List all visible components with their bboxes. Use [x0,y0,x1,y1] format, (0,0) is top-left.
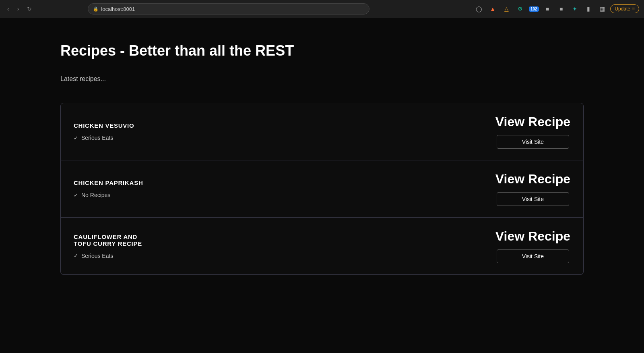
recipe-card-left: CHICKEN PAPRIKASH ✓ No Recipes [74,179,143,198]
update-button[interactable]: Update ≡ [610,4,639,13]
view-recipe-link[interactable]: View Recipe [495,114,570,129]
recipe-card-right: View Recipe Visit Site [495,229,570,263]
brave-shield-icon[interactable]: ▲ [487,3,498,15]
badge-icon[interactable]: 102 [528,3,539,15]
brave-rewards-icon[interactable]: △ [501,3,512,15]
browser-toolbar-right: ◯ ▲ △ G 102 ■ ■ ✦ ▮ ▦ Update ≡ [473,3,639,15]
extension-icon-1[interactable]: ■ [542,3,553,15]
recipe-source: ✓ No Recipes [74,192,143,198]
recipe-name: CHICKEN PAPRIKASH [74,179,143,186]
address-bar[interactable]: 🔒 localhost:8001 [88,3,369,15]
reload-button[interactable]: ↻ [25,4,34,14]
bookmark-icon[interactable]: ◯ [473,3,485,15]
checkmark-icon: ✓ [74,253,78,259]
main-content: Recipes - Better than all the REST Lates… [0,18,644,299]
recipe-name: CAULIFLOWER ANDTOFU CURRY RECIPE [74,233,142,247]
extension-icon-2[interactable]: ■ [555,3,567,15]
visit-site-button[interactable]: Visit Site [497,192,569,206]
recipe-list: CHICKEN VESUVIO ✓ Serious Eats View Reci… [60,103,584,275]
cursor-icon[interactable]: ▮ [583,3,594,15]
checkmark-icon: ✓ [74,192,78,198]
source-name: No Recipes [81,192,110,198]
checkmark-icon: ✓ [74,135,78,141]
recipe-card-right: View Recipe Visit Site [495,172,570,206]
page-title: Recipes - Better than all the REST [60,42,584,59]
visit-site-button[interactable]: Visit Site [497,135,569,149]
section-subtitle: Latest recipes... [60,75,584,83]
recipe-card-right: View Recipe Visit Site [495,114,570,149]
recipe-card-left: CHICKEN VESUVIO ✓ Serious Eats [74,122,134,141]
back-button[interactable]: ‹ [5,4,12,14]
forward-button[interactable]: › [15,4,22,14]
visit-site-button[interactable]: Visit Site [497,249,569,263]
recipe-card-left: CAULIFLOWER ANDTOFU CURRY RECIPE ✓ Serio… [74,233,142,259]
url-text: localhost:8001 [101,6,135,12]
extensions-icon[interactable]: ▦ [597,3,608,15]
recipe-card: CHICKEN VESUVIO ✓ Serious Eats View Reci… [60,103,584,160]
security-icon: 🔒 [93,6,99,12]
recipe-name: CHICKEN VESUVIO [74,122,134,129]
browser-chrome: ‹ › ↻ 🔒 localhost:8001 ◯ ▲ △ G 102 ■ ■ ✦… [0,0,644,18]
recipe-card: CAULIFLOWER ANDTOFU CURRY RECIPE ✓ Serio… [60,218,584,275]
view-recipe-link[interactable]: View Recipe [495,172,570,187]
perplexity-icon[interactable]: ✦ [569,3,580,15]
recipe-card: CHICKEN PAPRIKASH ✓ No Recipes View Reci… [60,160,584,218]
recipe-source: ✓ Serious Eats [74,253,142,259]
grammarly-icon[interactable]: G [514,3,526,15]
source-name: Serious Eats [81,253,113,259]
source-name: Serious Eats [81,135,113,141]
view-recipe-link[interactable]: View Recipe [495,229,570,244]
recipe-source: ✓ Serious Eats [74,135,134,141]
